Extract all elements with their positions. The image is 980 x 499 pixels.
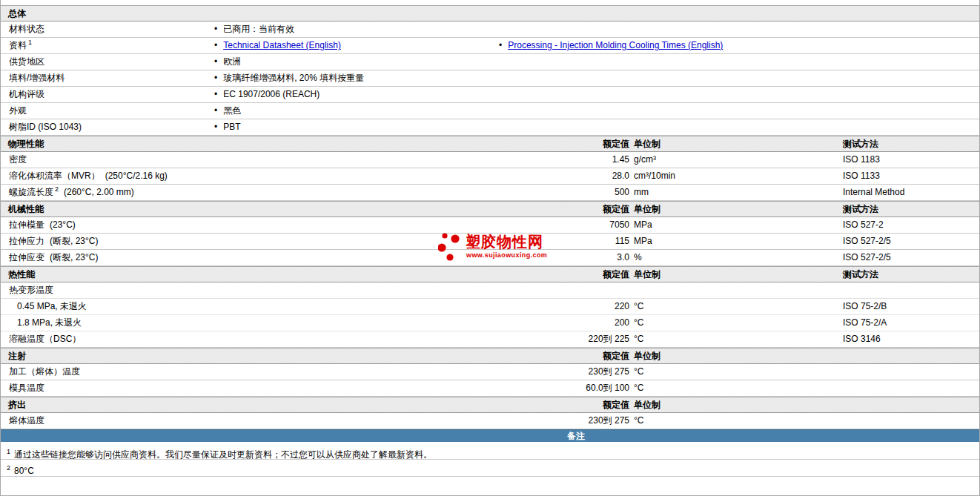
general-value-text: 已商用：当前有效 — [223, 24, 294, 34]
top-spacer — [1, 0, 979, 5]
test-method-value: Internal Method — [843, 185, 904, 200]
unit-value: °C — [634, 331, 643, 347]
general-row-label: 外观 — [1, 103, 979, 119]
property-row: 热变形温度 — [1, 282, 979, 299]
property-row: 螺旋流长度2(260°C, 2.00 mm)500mmInternal Meth… — [1, 185, 979, 201]
unit-value: MPa — [634, 217, 652, 233]
test-method-value: ISO 75-2/A — [843, 315, 887, 331]
footnote-number: 2 — [7, 464, 10, 472]
general-row-value: •Technical Datasheet (English) — [214, 38, 341, 53]
nominal-value: 3.0 — [1, 250, 629, 265]
section-header-props-0: 物理性能额定值单位制测试方法 — [1, 136, 979, 152]
unit-value: °C — [634, 315, 643, 331]
unit-value: % — [634, 250, 642, 265]
unit-value: °C — [634, 413, 643, 429]
unit-value: °C — [634, 380, 643, 396]
section-title: 总体 — [8, 8, 26, 19]
column-header-unit-system: 单位制 — [634, 136, 660, 151]
general-row: 树脂ID (ISO 1043)•PBT — [1, 119, 979, 136]
general-label-text: 填料/增强材料 — [9, 73, 64, 83]
general-label-text: 外观 — [9, 105, 27, 116]
property-row: 溶化体积流率（MVR）(250°C/2.16 kg)28.0cm³/10minI… — [1, 168, 979, 185]
test-method-value: ISO 3146 — [843, 331, 881, 347]
empty-bottom-row — [1, 477, 979, 496]
footnote-reference: 1 — [28, 39, 32, 46]
property-row: 拉伸模量(23°C)7050MPaISO 527-2 — [1, 217, 979, 234]
property-row: 溶融温度（DSC）220到 225°CISO 3146 — [1, 331, 979, 348]
property-row: 拉伸应变(断裂, 23°C)3.0%ISO 527-2/5 — [1, 250, 979, 266]
general-row: 材料状态•已商用：当前有效 — [1, 22, 979, 38]
bullet-icon: • — [499, 40, 502, 50]
footnote-row: 280°C — [1, 460, 979, 477]
column-header-nominal-value: 额定值 — [1, 202, 629, 217]
column-header-nominal-value: 额定值 — [1, 397, 629, 412]
footnote-text: 80°C — [14, 466, 34, 476]
nominal-value: 220到 225 — [1, 331, 629, 347]
test-method-value: ISO 75-2/B — [843, 299, 887, 314]
test-method-value: ISO 527-2/5 — [843, 250, 891, 265]
general-row-value: •欧洲 — [214, 54, 241, 70]
bullet-icon: • — [214, 24, 217, 34]
section-header-general: 总体 — [1, 5, 979, 22]
general-row: 机构评级•EC 1907/2006 (REACH) — [1, 87, 979, 103]
unit-value: °C — [634, 299, 643, 314]
test-method-value: ISO 1133 — [843, 168, 880, 184]
general-label-text: 树脂ID (ISO 1043) — [9, 122, 82, 132]
unit-value: cm³/10min — [634, 168, 675, 184]
section-header-props-1: 机械性能额定值单位制测试方法 — [1, 201, 979, 217]
general-row-value: •Processing - Injection Molding Cooling … — [499, 38, 723, 53]
nominal-value: 1.45 — [1, 152, 629, 168]
unit-value: °C — [634, 364, 643, 380]
bullet-icon: • — [214, 56, 217, 67]
section-header-props-4: 挤出额定值单位制 — [1, 397, 979, 413]
bullet-icon: • — [214, 122, 217, 132]
nominal-value: 28.0 — [1, 168, 629, 184]
footnote-row: 1通过这些链接您能够访问供应商资料。我们尽量保证及时更新资料；不过您可以从供应商… — [1, 442, 979, 460]
section-header-props-2: 热性能额定值单位制测试方法 — [1, 266, 979, 282]
general-row-value: •黑色 — [214, 103, 241, 119]
property-row: 0.45 MPa, 未退火220°CISO 75-2/B — [1, 299, 979, 315]
datasheet-link[interactable]: Processing - Injection Molding Cooling T… — [508, 40, 723, 50]
general-row-label: 供货地区 — [1, 54, 979, 70]
column-header-nominal-value: 额定值 — [1, 136, 629, 151]
property-row: 加工（熔体）温度230到 275°C — [1, 364, 979, 380]
property-name: 热变形温度 — [9, 285, 53, 295]
general-row-label: 树脂ID (ISO 1043) — [1, 119, 979, 135]
general-row-value: •玻璃纤维增强材料, 20% 填料按重量 — [214, 70, 364, 86]
general-value-text: EC 1907/2006 (REACH) — [223, 89, 320, 99]
nominal-value: 7050 — [1, 217, 629, 233]
bullet-icon: • — [214, 89, 217, 99]
test-method-value: ISO 1183 — [843, 152, 880, 168]
general-value-text: 欧洲 — [223, 56, 241, 67]
bullet-icon: • — [214, 73, 217, 83]
general-value-text: 黑色 — [223, 105, 241, 116]
test-method-value: ISO 527-2/5 — [843, 234, 891, 249]
footnote-number: 1 — [7, 448, 10, 455]
bullet-icon: • — [214, 105, 217, 116]
general-row-label: 资料1 — [1, 38, 979, 53]
general-label-text: 机构评级 — [9, 89, 44, 99]
column-header-nominal-value: 额定值 — [1, 348, 629, 363]
column-header-test-method: 测试方法 — [843, 202, 878, 217]
general-value-text: PBT — [223, 122, 240, 132]
property-label: 热变形温度 — [1, 282, 979, 298]
column-header-test-method: 测试方法 — [843, 136, 878, 151]
column-header-unit-system: 单位制 — [634, 202, 660, 217]
general-label-text: 资料 — [9, 40, 27, 50]
test-method-value: ISO 527-2 — [843, 217, 884, 233]
general-row: 资料1•Technical Datasheet (English)•Proces… — [1, 38, 979, 54]
nominal-value: 200 — [1, 315, 629, 331]
nominal-value: 115 — [1, 234, 629, 249]
general-row: 外观•黑色 — [1, 103, 979, 119]
column-header-unit-system: 单位制 — [634, 348, 660, 363]
unit-value: g/cm³ — [634, 152, 656, 168]
general-row-label: 材料状态 — [1, 22, 979, 37]
section-header-props-3: 注射额定值单位制 — [1, 348, 979, 364]
notes-title: 备注 — [567, 430, 585, 442]
general-row-value: •已商用：当前有效 — [214, 22, 294, 37]
general-row-value: •PBT — [214, 119, 241, 135]
general-label-text: 材料状态 — [9, 24, 44, 34]
datasheet-link[interactable]: Technical Datasheet (English) — [223, 40, 341, 50]
property-row: 拉伸应力(断裂, 23°C)115MPaISO 527-2/5 — [1, 234, 979, 250]
general-row: 供货地区•欧洲 — [1, 54, 979, 70]
